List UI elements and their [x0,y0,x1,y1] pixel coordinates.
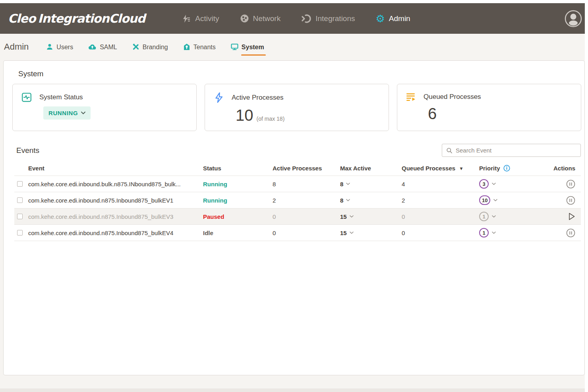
pause-button[interactable] [566,196,575,205]
chevron-down-icon [350,232,354,234]
chevron-down-icon [493,199,497,201]
max-active-dropdown[interactable]: 15 [340,213,402,220]
tab-tenants[interactable]: Tenants [183,39,216,55]
status-badge: Running [203,181,227,187]
nav-item-network[interactable]: Network [240,14,281,23]
info-icon[interactable] [503,165,510,172]
tab-label: System [242,43,264,51]
pause-button[interactable] [566,180,575,189]
status-badge: Running [203,197,227,204]
top-nav-items: Activity Network Integrations ⚙ [182,14,410,24]
event-search-box[interactable] [442,144,581,157]
priority-badge[interactable]: 1 [479,212,489,221]
column-header-priority: Priority [479,165,553,172]
event-name: com.kehe.core.edi.inbound.n875.Inbound87… [28,197,203,204]
tenant-building-icon [183,43,190,50]
chevron-down-icon [492,215,496,218]
row-checkbox[interactable] [17,197,23,203]
table-row: com.kehe.core.edi.inbound.n875.Inbound87… [14,192,581,209]
queued-processes-value: 2 [402,197,479,204]
summary-cards: System Status RUNNING Active [12,84,581,131]
queued-processes-value: 4 [402,181,479,187]
search-input[interactable] [456,147,576,154]
card-title: Queued Processes [424,93,481,101]
priority-badge[interactable]: 3 [479,179,489,189]
pause-icon [566,196,575,205]
page-background: Admin Users SAML [0,34,585,392]
events-section-title: Events [16,146,39,155]
chevron-down-icon [346,183,350,185]
network-icon [240,14,249,23]
status-badge: Paused [203,213,224,220]
max-active-value: 15 [340,230,347,236]
event-name: com.kehe.core.edi.inbound.bulk.n875.INbo… [28,181,203,187]
app-logo: CleoIntegrationCloud [0,12,145,25]
bottom-strip [0,388,585,392]
active-processes-value: 8 [273,181,340,187]
nav-item-label: Admin [389,14,410,23]
event-name: com.kehe.core.edi.inbound.n875.Inbound87… [28,213,203,220]
pause-icon [566,180,575,189]
tab-branding[interactable]: Branding [132,39,168,55]
avatar-icon [564,10,582,28]
max-active-dropdown[interactable]: 8 [340,181,402,187]
subnav-title: Admin [4,42,29,52]
row-checkbox[interactable] [17,214,23,219]
system-status-dropdown[interactable]: RUNNING [43,106,91,120]
table-row: com.kehe.core.edi.inbound.n875.Inbound87… [14,225,581,241]
nav-item-label: Network [253,14,281,23]
pause-icon [566,228,575,238]
play-button[interactable] [568,212,575,220]
column-header-event: Event [28,165,203,172]
nav-item-admin[interactable]: ⚙ Admin [376,14,410,24]
user-avatar[interactable] [564,10,582,28]
active-processes-value: 0 [273,213,340,220]
activity-icon [182,14,191,23]
column-header-active-processes: Active Processes [273,165,340,172]
pause-button[interactable] [566,228,575,238]
lightning-icon [214,92,224,103]
max-active-value: 15 [340,213,347,220]
events-table-body: com.kehe.core.edi.inbound.bulk.n875.INbo… [14,176,581,241]
tab-system[interactable]: System [231,39,264,55]
column-header-queued-processes[interactable]: Queued Processes ▾ [402,165,479,172]
active-processes-max: (of max 18) [257,116,285,122]
queued-processes-card: Queued Processes 6 [397,84,581,131]
row-checkbox[interactable] [17,230,23,236]
system-status-card: System Status RUNNING [12,84,197,131]
admin-subnav: Admin Users SAML [0,34,585,60]
queued-processes-value: 0 [402,213,479,220]
active-processes-value: 0 [273,230,340,236]
priority-badge[interactable]: 10 [479,195,490,205]
user-icon [46,43,53,50]
logo-product: IntegrationCloud [38,12,145,25]
events-table: Event Status Active Processes Max Active… [14,161,581,241]
queued-processes-value: 6 [428,106,437,122]
status-badge: Idle [203,230,213,236]
nav-item-label: Activity [195,14,219,23]
sort-descending-icon[interactable]: ▾ [460,166,462,171]
priority-badge[interactable]: 1 [479,228,489,238]
status-value: RUNNING [48,110,78,116]
page-title: System [18,70,584,78]
max-active-dropdown[interactable]: 8 [340,197,402,204]
tab-saml[interactable]: SAML [88,39,117,55]
card-title: Active Processes [232,94,283,102]
queue-icon [406,92,416,102]
tools-icon [132,43,139,50]
active-processes-value: 2 [273,197,340,204]
tab-label: SAML [100,43,117,51]
tab-label: Branding [143,43,168,51]
row-checkbox[interactable] [17,181,23,187]
card-title: System Status [39,93,83,101]
monitor-icon [231,43,238,50]
nav-item-integrations[interactable]: Integrations [301,14,355,23]
column-header-max-active: Max Active [340,165,402,172]
max-active-value: 8 [340,197,343,204]
max-active-dropdown[interactable]: 15 [340,230,402,236]
search-icon [446,147,453,154]
table-row: com.kehe.core.edi.inbound.bulk.n875.INbo… [14,176,581,192]
nav-item-activity[interactable]: Activity [182,14,219,23]
tab-users[interactable]: Users [46,39,73,55]
max-active-value: 8 [340,181,343,187]
